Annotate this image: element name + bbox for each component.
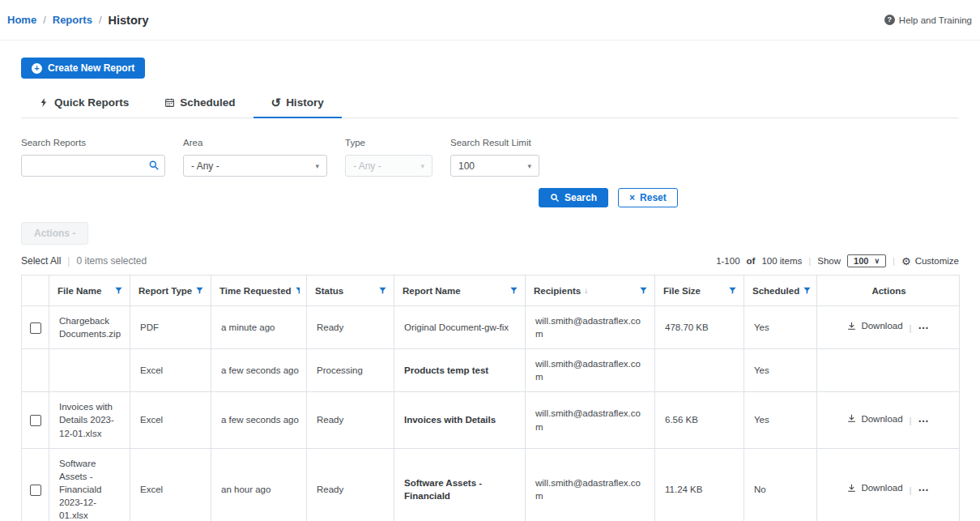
column-header-report-type[interactable]: Report Type	[130, 275, 211, 306]
search-result-limit-label: Search Result Limit	[450, 138, 539, 147]
status-cell: Processing	[307, 349, 394, 392]
recipients-cell: will.smith@adastraflex.com	[526, 392, 655, 448]
column-header-recipients[interactable]: Recipients↓	[526, 275, 655, 306]
tabs-bar: Quick Reports Scheduled ↺ History	[21, 92, 959, 118]
filter-icon[interactable]	[728, 286, 737, 295]
customize-button[interactable]: ⚙ Customize	[901, 256, 959, 267]
help-and-training-link[interactable]: ? Help and Training	[884, 15, 972, 25]
report-type-cell: Excel	[130, 448, 211, 521]
table-body: Chargeback Documents.zipPDFa minute agoR…	[22, 306, 960, 521]
recipients-cell: will.smith@adastraflex.com	[526, 349, 655, 392]
breadcrumb-home[interactable]: Home	[7, 14, 36, 26]
download-icon	[846, 413, 857, 424]
area-select[interactable]: - Any - ▾	[183, 155, 327, 177]
tab-label: Scheduled	[180, 96, 235, 109]
type-label: Type	[345, 138, 432, 147]
time-requested-cell: an hour ago	[211, 448, 307, 521]
tab-history[interactable]: ↺ History	[254, 92, 342, 118]
report-type-cell: Excel	[130, 392, 211, 448]
tab-scheduled[interactable]: Scheduled	[147, 92, 253, 118]
filter-icon[interactable]	[114, 286, 123, 295]
filter-icon[interactable]	[639, 286, 648, 295]
show-per-page-select[interactable]: 100 ∨	[847, 254, 886, 267]
column-header-report-name[interactable]: Report Name	[394, 275, 526, 306]
download-button[interactable]: Download	[846, 412, 902, 425]
download-button[interactable]: Download	[846, 319, 902, 332]
actions-cell: Download|⋯	[817, 306, 960, 349]
create-new-report-button[interactable]: + Create New Report	[21, 58, 145, 79]
filter-type: Type - Any - ▾	[345, 138, 432, 177]
divider: |	[893, 256, 895, 266]
download-icon	[846, 321, 857, 331]
show-per-page-value: 100	[854, 256, 868, 266]
sort-desc-icon[interactable]: ↓	[584, 286, 588, 295]
type-selected-value: - Any -	[353, 160, 381, 172]
chevron-down-icon: ▾	[315, 162, 319, 170]
row-select-cell[interactable]	[22, 448, 49, 521]
file-name-cell	[49, 349, 130, 392]
table-row: Excela few seconds agoProcessingProducts…	[22, 349, 960, 392]
more-actions-button[interactable]: ⋯	[918, 322, 930, 334]
more-actions-button[interactable]: ⋯	[918, 414, 930, 426]
report-name-cell: Software Assets - Financiald	[394, 448, 526, 521]
help-icon: ?	[884, 15, 895, 25]
column-header-file-size[interactable]: File Size	[655, 275, 744, 306]
topbar: Home / Reports / History ? Help and Trai…	[0, 0, 980, 41]
items-of-label: of	[747, 256, 756, 266]
file-name-cell: Invoices with Details 2023-12-01.xlsx	[49, 392, 130, 448]
divider: |	[67, 255, 70, 267]
filter-icon[interactable]	[378, 286, 387, 295]
row-select-cell	[22, 349, 49, 392]
search-result-limit-select[interactable]: 100 ▾	[450, 155, 539, 177]
search-button[interactable]: Search	[539, 188, 608, 207]
file-name-cell: Chargeback Documents.zip	[49, 306, 130, 349]
action-divider: |	[910, 323, 912, 333]
column-label: Time Requested	[219, 286, 292, 296]
row-checkbox[interactable]	[30, 485, 41, 496]
column-header-status[interactable]: Status	[307, 275, 394, 306]
column-label: File Size	[663, 286, 701, 296]
download-button[interactable]: Download	[846, 481, 902, 494]
actions-cell: Download|⋯	[817, 448, 960, 521]
breadcrumb-reports[interactable]: Reports	[53, 14, 92, 26]
more-actions-button[interactable]: ⋯	[918, 484, 930, 496]
filter-icon[interactable]	[195, 286, 204, 295]
report-type-cell: Excel	[130, 349, 211, 392]
chevron-down-icon: ▾	[527, 162, 531, 170]
scheduled-cell: Yes	[744, 349, 817, 392]
breadcrumb: Home / Reports / History	[7, 14, 148, 27]
status-cell: Ready	[307, 392, 394, 448]
reset-button[interactable]: × Reset	[618, 188, 678, 207]
lightning-icon	[39, 97, 49, 108]
list-controls: Select All | 0 items selected 1-100 of 1…	[21, 254, 959, 267]
row-checkbox[interactable]	[30, 322, 41, 334]
column-label: Actions	[871, 286, 905, 296]
column-header-time-requested[interactable]: Time Requested	[211, 275, 307, 306]
filter-icon[interactable]	[803, 286, 810, 295]
breadcrumb-current: History	[109, 14, 149, 27]
action-divider: |	[910, 416, 912, 425]
pagination: 1-100 of 100 items | Show 100 ∨ | ⚙ Cust…	[716, 254, 959, 267]
recipients-cell: will.smith@adastraflex.com	[526, 448, 655, 521]
row-select-cell[interactable]	[22, 392, 49, 448]
time-requested-cell: a few seconds ago	[211, 349, 307, 392]
column-header-scheduled[interactable]: Scheduled	[744, 275, 817, 306]
search-icon[interactable]	[148, 160, 160, 174]
row-select-cell[interactable]	[22, 306, 49, 349]
plus-icon: +	[32, 63, 42, 74]
tab-quick-reports[interactable]: Quick Reports	[21, 92, 147, 118]
gear-icon: ⚙	[901, 256, 911, 267]
reports-table: File NameReport TypeTime RequestedStatus…	[21, 275, 960, 521]
table-header-row: File NameReport TypeTime RequestedStatus…	[22, 275, 960, 306]
row-checkbox[interactable]	[30, 415, 41, 426]
select-all-link[interactable]: Select All	[21, 255, 61, 267]
x-icon: ×	[629, 192, 635, 203]
column-header-file-name[interactable]: File Name	[49, 275, 130, 306]
filter-icon[interactable]	[295, 286, 300, 295]
search-reports-input[interactable]	[21, 155, 165, 177]
filter-icon[interactable]	[509, 286, 518, 295]
report-type-cell: PDF	[130, 306, 211, 349]
show-label: Show	[817, 256, 841, 266]
actions-dropdown-button[interactable]: Actions -	[21, 222, 88, 245]
tab-label: Quick Reports	[54, 96, 129, 109]
